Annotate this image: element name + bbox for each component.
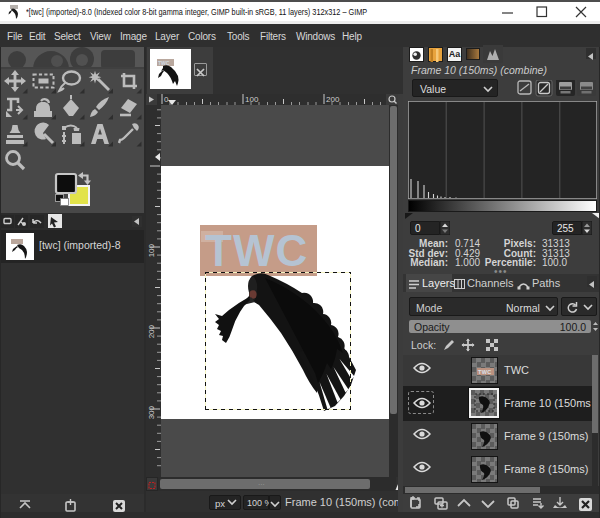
svg-text:300: 300 (147, 405, 156, 419)
svg-text:100: 100 (245, 95, 259, 104)
svg-text:0: 0 (164, 95, 169, 104)
svg-text:200: 200 (147, 324, 156, 338)
svg-text:100: 100 (147, 243, 156, 257)
svg-text:200: 200 (326, 95, 340, 104)
